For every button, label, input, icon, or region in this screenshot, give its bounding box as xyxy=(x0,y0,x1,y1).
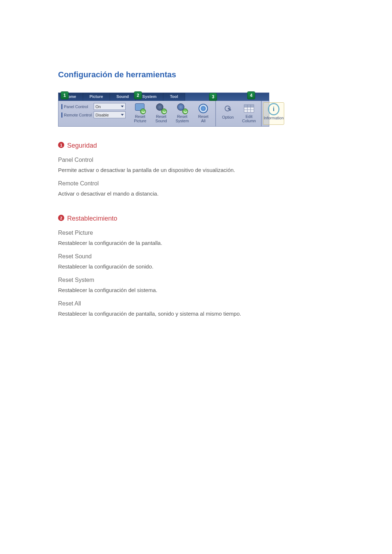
reset-all-icon xyxy=(197,103,209,114)
reset-system-button[interactable]: ResetSystem xyxy=(172,102,193,125)
reset-picture-icon xyxy=(134,103,146,114)
page-title: Configuración de herramientas xyxy=(58,70,330,79)
table-icon xyxy=(243,103,255,114)
reset-system-desc: Restablecer la configuración del sistema… xyxy=(58,287,330,293)
wrench-icon xyxy=(222,103,234,114)
remote-control-heading: Remote Control xyxy=(58,180,330,187)
callout-badge-3: 3 xyxy=(209,93,217,100)
callout-badge-4: 4 xyxy=(248,92,255,99)
chevron-down-icon xyxy=(121,106,124,107)
reset-picture-heading: Reset Picture xyxy=(58,230,330,236)
bar-icon xyxy=(61,104,62,109)
panel-control-select[interactable]: On xyxy=(94,103,126,110)
reset-system-icon xyxy=(176,103,188,114)
callout-badge-1: 1 xyxy=(61,92,68,99)
information-button[interactable]: i Information xyxy=(263,102,284,125)
reset-sound-desc: Restablecer la configuración de sonido. xyxy=(58,263,330,270)
callout-badge-2: 2 xyxy=(134,92,142,99)
reset-all-heading: Reset All xyxy=(58,300,330,307)
callout-2-icon: 2 xyxy=(58,215,64,221)
reset-all-desc: Restablecer la configuración de pantalla… xyxy=(58,311,330,317)
reset-group: ResetPicture ResetSound ResetSystem Rese… xyxy=(128,101,216,126)
reset-system-heading: Reset System xyxy=(58,277,330,283)
section-restablecimiento-title: 2 Restablecimiento xyxy=(58,215,330,222)
reset-sound-icon xyxy=(155,103,167,114)
option-group: Option EditColumn xyxy=(216,101,262,126)
remote-control-select[interactable]: Disable xyxy=(94,111,126,118)
chevron-down-icon xyxy=(121,114,124,116)
tool-ribbon: Home Picture Sound System Tool Panel Con… xyxy=(58,93,269,127)
tab-picture[interactable]: Picture xyxy=(83,93,110,101)
remote-control-value: Disable xyxy=(95,113,109,117)
reset-sound-heading: Reset Sound xyxy=(58,253,330,260)
section-seguridad-title: 1 Seguridad xyxy=(58,142,330,149)
info-group: i Information xyxy=(262,101,286,126)
tab-tool[interactable]: Tool xyxy=(163,93,185,101)
edit-column-button[interactable]: EditColumn xyxy=(238,102,260,125)
reset-picture-button[interactable]: ResetPicture xyxy=(130,102,151,125)
panel-control-heading: Panel Control xyxy=(58,157,330,163)
remote-control-desc: Activar o desactivar el mando a distanci… xyxy=(58,190,330,197)
option-button[interactable]: Option xyxy=(217,102,238,125)
ribbon-tools: ResetPicture ResetSound ResetSystem Rese… xyxy=(128,101,269,126)
reset-sound-button[interactable]: ResetSound xyxy=(151,102,172,125)
callout-1-icon: 1 xyxy=(58,142,64,148)
panel-control-value: On xyxy=(95,104,101,109)
ribbon-tabs: Home Picture Sound System Tool xyxy=(58,93,269,101)
panel-control-label: Panel Control xyxy=(64,104,94,109)
reset-all-button[interactable]: ResetAll xyxy=(193,102,214,125)
tab-sound[interactable]: Sound xyxy=(110,93,136,101)
panel-control-desc: Permite activar o desactivar la pantalla… xyxy=(58,167,330,173)
reset-picture-desc: Restablecer la configuración de la panta… xyxy=(58,240,330,246)
remote-control-label: Remote Control xyxy=(64,113,94,117)
bar-icon xyxy=(61,112,62,118)
info-icon: i xyxy=(268,103,279,115)
